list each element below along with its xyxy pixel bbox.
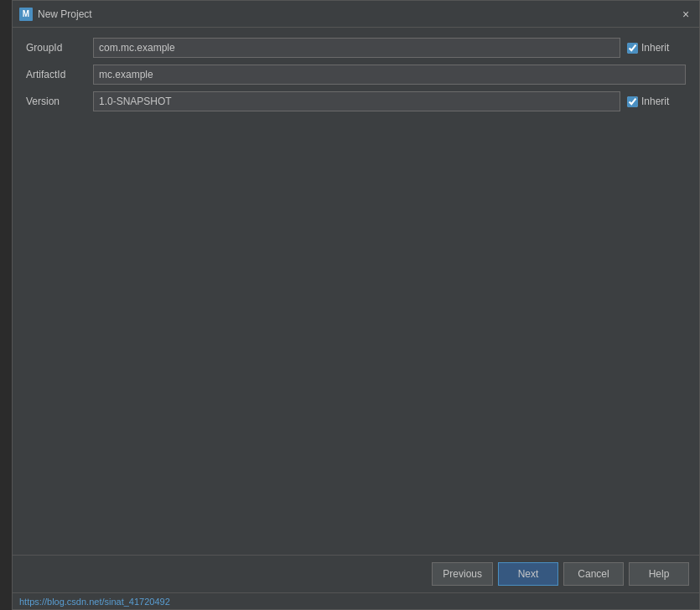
version-input[interactable]	[93, 91, 620, 111]
group-id-inherit-checkbox[interactable]	[627, 43, 638, 54]
group-id-row: GroupId Inherit	[26, 38, 686, 58]
status-url: https://blog.csdn.net/sinat_41720492	[19, 597, 170, 607]
status-bar: https://blog.csdn.net/sinat_41720492	[13, 592, 699, 609]
artifact-id-input[interactable]	[93, 65, 686, 85]
group-id-inherit-container: Inherit	[627, 42, 686, 54]
dialog-footer: Previous Next Cancel Help	[13, 555, 699, 592]
title-bar-left: M New Project	[19, 8, 92, 21]
group-id-input[interactable]	[93, 38, 620, 58]
dialog-icon: M	[19, 8, 33, 21]
group-id-label: GroupId	[26, 42, 93, 54]
version-row: Version Inherit	[26, 91, 686, 111]
next-button[interactable]: Next	[498, 562, 558, 586]
version-inherit-checkbox[interactable]	[627, 96, 638, 107]
previous-button[interactable]: Previous	[432, 562, 493, 586]
new-project-dialog: M New Project × GroupId Inherit Artifact…	[12, 0, 700, 610]
title-bar: M New Project ×	[13, 1, 699, 28]
close-button[interactable]: ×	[679, 8, 692, 21]
group-id-inherit-label: Inherit	[641, 42, 669, 54]
dialog-title: New Project	[38, 8, 92, 20]
version-inherit-container: Inherit	[627, 96, 686, 107]
dialog-content: GroupId Inherit ArtifactId Version Inher…	[13, 28, 699, 555]
version-label: Version	[26, 96, 93, 107]
help-button[interactable]: Help	[629, 562, 689, 586]
cancel-button[interactable]: Cancel	[563, 562, 624, 586]
artifact-id-row: ArtifactId	[26, 65, 686, 85]
artifact-id-label: ArtifactId	[26, 69, 93, 80]
version-inherit-label: Inherit	[641, 96, 669, 107]
